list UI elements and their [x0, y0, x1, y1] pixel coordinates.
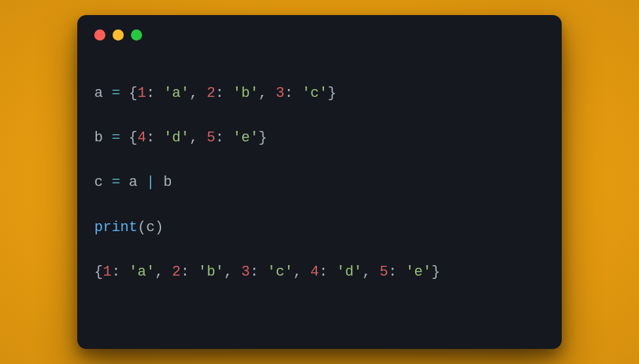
code-token: 'e': [405, 264, 431, 280]
code-token: ,: [293, 264, 310, 280]
code-token: 5: [207, 130, 215, 146]
code-token: a: [120, 174, 147, 191]
code-token: (c): [137, 219, 164, 236]
code-token: :: [215, 130, 232, 146]
code-token: 'b': [232, 85, 259, 101]
code-token: :: [388, 264, 405, 280]
code-token: ,: [224, 264, 241, 280]
code-token: {: [120, 85, 137, 101]
code-token: b: [94, 130, 111, 146]
code-token: {: [94, 264, 103, 280]
code-token: 'a': [164, 85, 190, 101]
code-token: 4: [137, 130, 146, 146]
code-body: a = {1: 'a', 2: 'b', 3: 'c'} b = {4: 'd'…: [77, 48, 562, 331]
window-titlebar: [77, 15, 562, 48]
code-token: 2: [172, 264, 181, 280]
code-token: print: [94, 219, 137, 236]
code-line: print(c): [94, 217, 545, 239]
code-window: a = {1: 'a', 2: 'b', 3: 'c'} b = {4: 'd'…: [77, 15, 562, 349]
code-token: 'd': [337, 264, 363, 280]
code-line: a = {1: 'a', 2: 'b', 3: 'c'}: [94, 82, 545, 105]
code-token: }: [327, 85, 336, 101]
code-token: ,: [259, 85, 276, 101]
minimize-icon[interactable]: [113, 29, 124, 41]
code-token: 5: [380, 264, 388, 280]
code-token: =: [111, 85, 120, 101]
code-token: 'd': [164, 130, 190, 146]
code-token: =: [111, 130, 120, 146]
code-token: a: [94, 85, 111, 101]
code-token: 3: [241, 264, 249, 280]
code-token: 1: [137, 85, 146, 101]
code-token: c: [94, 174, 111, 191]
code-token: ,: [155, 264, 172, 280]
code-token: :: [181, 264, 198, 280]
code-token: ,: [189, 130, 206, 146]
code-line: c = a | b: [94, 172, 545, 194]
code-token: 4: [310, 264, 319, 280]
code-token: }: [431, 264, 440, 280]
code-line: {1: 'a', 2: 'b', 3: 'c', 4: 'd', 5: 'e'}: [94, 261, 545, 283]
zoom-icon[interactable]: [131, 29, 142, 41]
code-token: }: [259, 130, 267, 146]
code-token: :: [146, 130, 163, 146]
code-token: 'b': [198, 264, 224, 280]
code-token: :: [111, 264, 128, 280]
code-token: 2: [207, 85, 215, 101]
close-icon[interactable]: [94, 29, 105, 41]
code-token: 1: [103, 264, 111, 280]
code-token: :: [250, 264, 267, 280]
code-token: {: [120, 130, 137, 146]
code-token: 'c': [302, 85, 328, 101]
code-token: ,: [362, 264, 379, 280]
code-token: |: [146, 174, 155, 191]
code-token: :: [215, 85, 232, 101]
code-line: b = {4: 'd', 5: 'e'}: [94, 127, 545, 149]
code-token: :: [284, 85, 301, 101]
code-token: ,: [189, 85, 206, 101]
code-token: =: [111, 174, 120, 191]
code-token: :: [319, 264, 336, 280]
code-token: 'c': [267, 264, 293, 280]
code-token: 'a': [129, 264, 155, 280]
code-token: 3: [276, 85, 284, 101]
code-token: 'e': [232, 130, 259, 146]
code-token: :: [146, 85, 163, 101]
code-token: b: [155, 174, 172, 191]
